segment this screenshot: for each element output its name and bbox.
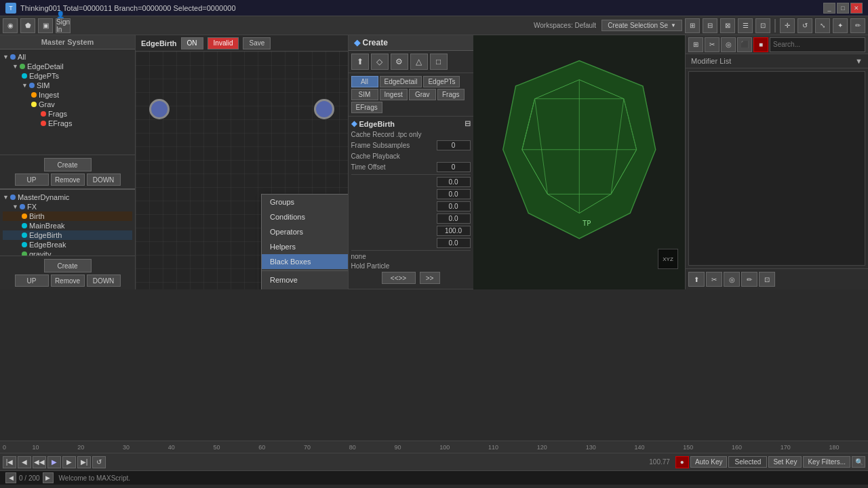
auto-key-btn[interactable]: Auto Key <box>690 456 728 468</box>
rotate-btn[interactable]: ↺ <box>797 18 812 33</box>
menu-cut[interactable]: Cut <box>262 287 348 289</box>
menu-groups[interactable]: Groups ▶ <box>262 195 348 209</box>
toolbar-btn-2[interactable]: ⬟ <box>20 18 35 33</box>
tl-prev-btn[interactable]: ◀ <box>5 472 16 483</box>
tree-item-edgepts[interactable]: EdgePTs <box>3 71 132 81</box>
modifier-tool-5[interactable]: ■ <box>753 37 768 52</box>
on-btn[interactable]: ON <box>181 37 203 49</box>
layout-btn-4[interactable]: ☰ <box>738 18 753 33</box>
modifier-tool-4[interactable]: ⬛ <box>737 37 752 52</box>
go-start-btn[interactable]: |◀ <box>3 456 16 468</box>
filter-edgepts[interactable]: EdgePTs <box>423 76 460 87</box>
tree-item-fx[interactable]: ▼ FX <box>3 202 132 211</box>
create-btn-top[interactable]: Create <box>44 158 92 171</box>
menu-helpers[interactable]: Helpers ▶ <box>262 239 348 254</box>
layout-btn-3[interactable]: ⊠ <box>720 18 735 33</box>
create-selection-btn[interactable]: Create Selection Se ▼ <box>601 20 682 31</box>
create-btn-bottom[interactable]: Create <box>44 259 92 272</box>
prev-frame-btn[interactable]: ◀ <box>18 456 31 468</box>
layout-btn-2[interactable]: ⊟ <box>703 18 717 33</box>
tree-item-mainbreak[interactable]: MainBreak <box>3 221 132 230</box>
section-toggle[interactable]: ⊟ <box>465 119 471 128</box>
tree-item-all[interactable]: ▼ All <box>3 52 132 62</box>
play-backward-btn[interactable]: ◀◀ <box>33 456 46 468</box>
tree-item-grav[interactable]: Grav <box>3 100 132 109</box>
menu-conditions[interactable]: Conditions ▶ <box>262 209 348 224</box>
toolbar-btn-1[interactable]: ◉ <box>3 18 18 33</box>
frame-subsamples-input[interactable] <box>437 140 471 150</box>
filter-grav[interactable]: Grav <box>409 89 436 100</box>
menu-remove[interactable]: Remove <box>262 272 348 287</box>
tree-item-masterdynamic[interactable]: ▼ MasterDynamic <box>3 192 132 202</box>
value-input-2[interactable] <box>437 189 471 199</box>
fr-btn-3[interactable]: ◎ <box>724 272 740 287</box>
maximize-btn[interactable]: □ <box>837 3 849 14</box>
tool-settings-btn[interactable]: ⚙ <box>391 54 408 70</box>
filter-efrags[interactable]: EFrags <box>351 102 382 113</box>
save-btn[interactable]: Save <box>243 37 271 49</box>
key-filters-btn[interactable]: Key Filters... <box>803 456 850 468</box>
tool-square-btn[interactable]: □ <box>430 54 448 70</box>
menu-black-boxes[interactable]: Black Boxes ▶ <box>262 254 348 269</box>
move-btn[interactable]: ✛ <box>780 18 795 33</box>
remove-btn-top[interactable]: Remove <box>51 174 85 186</box>
value-input-3[interactable] <box>437 201 471 211</box>
menu-operators[interactable]: Operators ▶ <box>262 224 348 239</box>
tree-item-gravity[interactable]: gravity <box>3 249 132 256</box>
filter-sim[interactable]: SIM <box>351 89 378 100</box>
play-forward-btn[interactable]: ▶ <box>47 456 61 468</box>
scale-btn[interactable]: ⤡ <box>815 18 830 33</box>
record-btn[interactable]: ● <box>675 456 689 468</box>
set-key-btn[interactable]: Set Key <box>768 456 802 468</box>
down-btn-bottom[interactable]: DOWN <box>87 274 121 287</box>
tree-item-frags[interactable]: Frags <box>3 109 132 119</box>
loop-btn[interactable]: ↺ <box>92 456 106 468</box>
tree-item-edgebirth[interactable]: EdgeBirth <box>3 230 132 240</box>
tree-item-birth[interactable]: Birth <box>3 211 132 221</box>
next-frame-btn[interactable]: ▶ <box>62 456 76 468</box>
fr-btn-4[interactable]: ✏ <box>741 272 757 287</box>
search-btn[interactable]: 🔍 <box>852 456 865 468</box>
fr-btn-1[interactable]: ⬆ <box>688 272 705 287</box>
value-input-4[interactable] <box>437 214 471 224</box>
pen-btn[interactable]: ✏ <box>850 18 865 33</box>
tool-move-btn[interactable]: ⬆ <box>351 54 369 70</box>
filter-edgedetail[interactable]: EdgeDetail <box>380 76 422 87</box>
nav-next-btn[interactable]: >> <box>420 272 440 284</box>
modifier-tool-1[interactable]: ⊞ <box>688 37 703 52</box>
up-btn-top[interactable]: UP <box>15 174 49 186</box>
remove-btn-bottom[interactable]: Remove <box>51 274 85 287</box>
tree-item-sim[interactable]: ▼ SIM <box>3 81 132 90</box>
down-btn-top[interactable]: DOWN <box>87 174 121 186</box>
modifier-search[interactable] <box>770 37 865 52</box>
filter-ingest[interactable]: Ingest <box>380 89 408 100</box>
fr-btn-5[interactable]: ⊡ <box>759 272 775 287</box>
filter-frags[interactable]: Frags <box>437 89 465 100</box>
modifier-tool-2[interactable]: ✂ <box>705 37 719 52</box>
value-input-1[interactable] <box>437 177 471 187</box>
fr-btn-2[interactable]: ✂ <box>706 272 722 287</box>
tl-next-btn[interactable]: ▶ <box>43 472 54 483</box>
tree-item-edgedetail[interactable]: ▼ EdgeDetail <box>3 62 132 71</box>
modifier-tool-3[interactable]: ◎ <box>721 37 736 52</box>
close-btn[interactable]: ✕ <box>850 3 863 14</box>
value-input-5[interactable] <box>437 226 471 236</box>
sign-in-btn[interactable]: 👤 Sign In ▼ <box>56 18 71 33</box>
layout-btn-1[interactable]: ⊞ <box>685 18 700 33</box>
layout-btn-5[interactable]: ⊡ <box>755 18 770 33</box>
value-input-6[interactable] <box>437 238 471 248</box>
up-btn-bottom[interactable]: UP <box>15 274 49 287</box>
tool-btn[interactable]: ✦ <box>833 18 848 33</box>
nav-prev-btn[interactable]: <<>> <box>382 272 416 284</box>
invalid-btn[interactable]: Invalid <box>208 37 239 49</box>
filter-all[interactable]: All <box>351 76 378 87</box>
tool-diamond-btn[interactable]: ◇ <box>371 54 389 70</box>
tool-triangle-btn[interactable]: △ <box>410 54 428 70</box>
go-end-btn[interactable]: ▶| <box>77 456 91 468</box>
time-offset-input[interactable] <box>437 162 471 172</box>
toolbar-btn-3[interactable]: ▣ <box>38 18 53 33</box>
tree-item-edgebreak[interactable]: EdgeBreak <box>3 240 132 249</box>
tree-item-efrags[interactable]: EFrags <box>3 119 132 128</box>
tree-item-ingest[interactable]: Ingest <box>3 90 132 100</box>
viewport-area[interactable]: Groups ▶ Conditions ▶ Operators ▶ Helper… <box>136 52 348 289</box>
